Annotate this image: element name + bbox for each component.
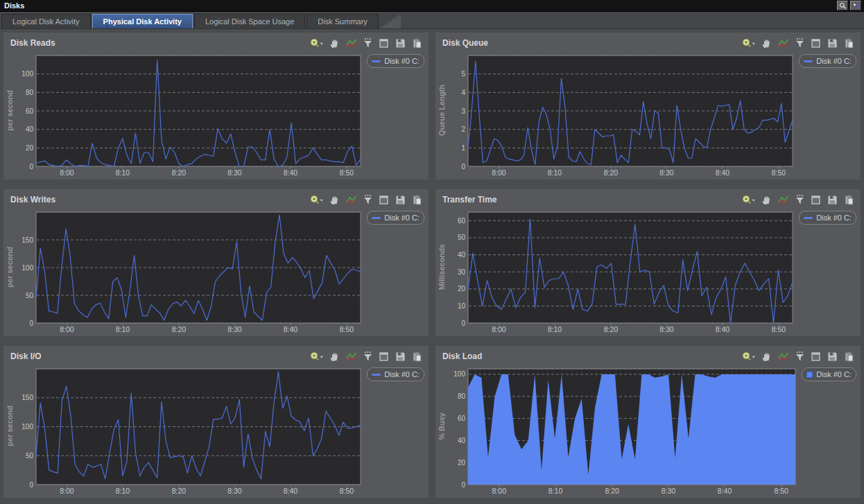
zoom-icon[interactable] xyxy=(309,37,324,49)
chart-type-icon[interactable] xyxy=(345,37,358,49)
paste-icon[interactable] xyxy=(843,351,855,363)
legend-item[interactable]: Disk #0 C: xyxy=(799,211,856,225)
panel-transfer-time: Transfer Time Milliseconds 0102030405060… xyxy=(435,189,861,336)
series-line-marker xyxy=(804,217,813,219)
panel-disk-reads: Disk Reads per second 0204060801008:008:… xyxy=(3,33,429,180)
tab-disk-summary[interactable]: Disk Summary xyxy=(306,14,379,28)
svg-text:8:40: 8:40 xyxy=(718,487,732,495)
window-icon[interactable] xyxy=(810,194,822,206)
pan-icon[interactable] xyxy=(329,37,340,49)
legend-item[interactable]: Disk #0 C: xyxy=(367,211,424,225)
legend-item[interactable]: Disk #0 C: xyxy=(802,367,856,381)
zoom-icon[interactable] xyxy=(741,37,756,49)
filter-icon[interactable] xyxy=(795,351,805,363)
filter-icon[interactable] xyxy=(363,351,373,363)
disk-load-chart[interactable]: 0204060801008:008:108:208:308:408:50 xyxy=(447,365,798,496)
window-icon[interactable] xyxy=(378,37,390,49)
chart-type-icon[interactable] xyxy=(345,194,358,206)
disk-queue-chart[interactable]: 0123458:008:108:208:308:408:50 xyxy=(447,52,795,178)
transfer-time-chart[interactable]: 01020304050608:008:108:208:308:408:50 xyxy=(447,209,795,335)
zoom-icon[interactable] xyxy=(741,194,756,206)
chart-type-icon[interactable] xyxy=(777,351,790,363)
svg-text:40: 40 xyxy=(458,437,466,444)
panel-title: Disk Load xyxy=(442,351,482,361)
svg-text:20: 20 xyxy=(458,285,466,293)
save-icon[interactable] xyxy=(395,37,406,49)
legend-item[interactable]: Disk #0 C: xyxy=(799,54,856,68)
paste-icon[interactable] xyxy=(411,194,423,206)
paste-icon[interactable] xyxy=(411,37,423,49)
window-icon[interactable] xyxy=(810,351,822,363)
tab-strip-end xyxy=(380,14,401,28)
find-icon[interactable] xyxy=(837,1,848,10)
tab-logical-disk-activity[interactable]: Logical Disk Activity xyxy=(1,14,91,28)
disk-writes-chart[interactable]: 0501001508:008:108:208:308:408:50 xyxy=(15,209,363,335)
filter-icon[interactable] xyxy=(795,194,805,206)
dashboard-grid: Disk Reads per second 0204060801008:008:… xyxy=(0,29,864,501)
legend-label: Disk #0 C: xyxy=(384,370,420,379)
svg-text:10: 10 xyxy=(458,302,466,310)
filter-icon[interactable] xyxy=(363,37,373,49)
save-icon[interactable] xyxy=(395,194,406,206)
series-line-marker xyxy=(372,60,381,62)
legend-item[interactable]: Disk #0 C: xyxy=(367,367,424,381)
paste-icon[interactable] xyxy=(843,37,855,49)
svg-text:8:00: 8:00 xyxy=(60,168,74,177)
svg-text:8:20: 8:20 xyxy=(604,325,619,333)
window-title: Disks xyxy=(4,1,24,10)
series-line-marker xyxy=(372,217,381,219)
pan-icon[interactable] xyxy=(761,194,772,206)
window-icon[interactable] xyxy=(810,37,822,49)
panel-disk-queue: Disk Queue Queue Length 0123458:008:108:… xyxy=(435,33,861,180)
tab-physical-disk-activity[interactable]: Physical Disk Activity xyxy=(92,14,193,28)
series-line-marker xyxy=(804,60,813,62)
help-icon[interactable]: ? xyxy=(850,1,861,10)
window-icon[interactable] xyxy=(378,194,390,206)
svg-text:8:40: 8:40 xyxy=(284,487,298,495)
svg-text:8:50: 8:50 xyxy=(774,487,788,495)
chart-type-icon[interactable] xyxy=(777,37,790,49)
legend-item[interactable]: Disk #0 C: xyxy=(367,54,424,68)
save-icon[interactable] xyxy=(827,351,838,363)
svg-text:0: 0 xyxy=(461,481,465,489)
pan-icon[interactable] xyxy=(329,351,340,363)
filter-icon[interactable] xyxy=(363,194,373,206)
chart-type-icon[interactable] xyxy=(345,351,358,363)
svg-text:30: 30 xyxy=(458,268,466,276)
paste-icon[interactable] xyxy=(411,351,423,363)
y-axis-label: per second xyxy=(6,406,15,446)
svg-text:60: 60 xyxy=(458,415,466,422)
pan-icon[interactable] xyxy=(329,194,340,206)
svg-text:8:10: 8:10 xyxy=(116,325,130,333)
svg-text:8:30: 8:30 xyxy=(227,168,242,177)
zoom-icon[interactable] xyxy=(309,351,324,363)
save-icon[interactable] xyxy=(827,194,838,206)
pan-icon[interactable] xyxy=(761,37,772,49)
legend-label: Disk #0 C: xyxy=(384,214,420,222)
pan-icon[interactable] xyxy=(761,351,772,363)
panel-toolbar xyxy=(741,351,855,363)
save-icon[interactable] xyxy=(827,37,838,49)
svg-text:8:10: 8:10 xyxy=(116,487,130,495)
paste-icon[interactable] xyxy=(843,194,855,206)
svg-text:60: 60 xyxy=(458,217,466,225)
zoom-icon[interactable] xyxy=(309,194,324,206)
svg-text:8:30: 8:30 xyxy=(227,487,242,495)
svg-text:8:20: 8:20 xyxy=(172,325,187,333)
save-icon[interactable] xyxy=(395,351,406,363)
disk-reads-chart[interactable]: 0204060801008:008:108:208:308:408:50 xyxy=(15,52,363,178)
window-icon[interactable] xyxy=(378,351,390,363)
svg-text:8:50: 8:50 xyxy=(772,168,786,177)
zoom-icon[interactable] xyxy=(741,351,756,363)
svg-text:40: 40 xyxy=(458,251,466,259)
svg-text:?: ? xyxy=(856,3,861,10)
svg-text:50: 50 xyxy=(26,452,34,460)
legend-label: Disk #0 C: xyxy=(816,57,852,65)
legend-label: Disk #0 C: xyxy=(816,370,852,379)
filter-icon[interactable] xyxy=(795,37,805,49)
panel-toolbar xyxy=(309,351,423,363)
chart-type-icon[interactable] xyxy=(777,194,790,206)
svg-text:100: 100 xyxy=(453,370,465,378)
disk-io-chart[interactable]: 0501001508:008:108:208:308:408:50 xyxy=(15,365,363,496)
tab-logical-disk-space-usage[interactable]: Logical Disk Space Usage xyxy=(194,14,305,28)
